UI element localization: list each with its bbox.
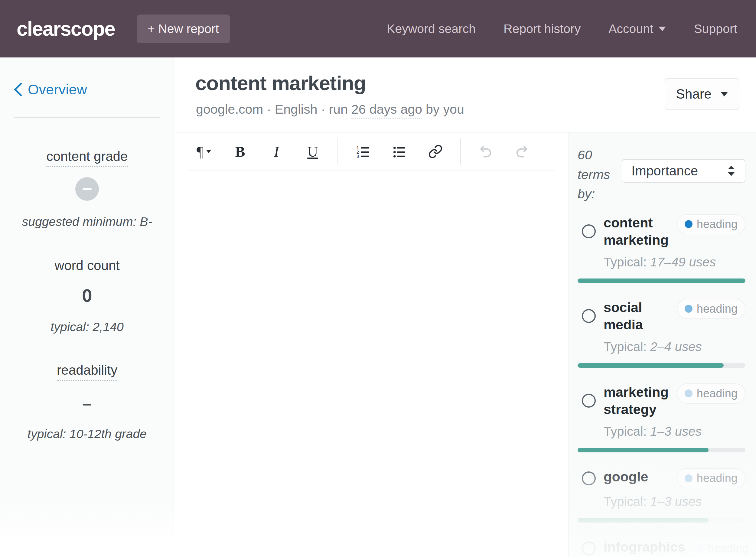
term-name: content marketing [604,214,674,249]
chevron-left-icon [14,83,22,96]
editor-pane: ¶ B I U 1 2 3 [174,133,569,557]
content-grade-stat: content grade suggested minimum: B- [0,149,174,229]
term-name: marketing strategy [604,383,674,418]
heading-badge: heading [677,299,746,319]
italic-button[interactable]: I [258,138,294,166]
term-progress [578,518,746,523]
nav-keyword-search[interactable]: Keyword search [387,22,476,36]
typical-uses: Typical: 2–4 uses [604,340,746,354]
term-radio[interactable] [582,394,596,408]
toolbar-separator [460,139,461,165]
svg-text:3: 3 [356,154,359,159]
heading-badge: heading [677,383,746,404]
sort-arrows-icon [727,165,736,177]
clearscope-logo[interactable]: clearscope [17,17,115,40]
workspace: ¶ B I U 1 2 3 [174,133,756,557]
stats-block: content grade suggested minimum: B- word… [0,149,174,441]
term-progress [578,278,746,283]
bullet-list-button[interactable] [381,138,417,166]
redo-button[interactable] [504,138,540,166]
term-list: content marketing heading Typical: 17–49… [578,214,746,557]
term-name: social media [604,299,674,333]
term-radio[interactable] [582,309,596,323]
bold-icon: B [235,143,245,160]
heading-badge: heading [688,538,756,557]
bullet-list-icon [392,144,406,159]
nav-account-menu[interactable]: Account [608,22,666,36]
new-report-button[interactable]: + New report [137,14,230,43]
chevron-down-icon [721,92,728,96]
term-item: marketing strategy heading Typical: 1–3 … [578,383,746,452]
typical-uses: Typical: 1–3 uses [604,494,746,509]
heading-badge: heading [677,468,746,488]
editor-canvas[interactable] [174,171,569,557]
nav-support[interactable]: Support [694,22,737,36]
toolbar-separator [338,139,338,165]
content-grade-badge [75,177,99,201]
link-button[interactable] [417,138,454,166]
undo-icon [478,144,493,159]
term-radio[interactable] [582,471,596,485]
content-grade-label[interactable]: content grade [46,149,127,167]
terms-sidebar: 60 terms by: Importance content marketin… [569,133,756,557]
italic-icon: I [274,143,279,160]
term-item: content marketing heading Typical: 17–49… [578,214,746,283]
rail-divider [14,117,160,118]
word-count-value: 0 [0,285,174,306]
readability-value: – [0,393,174,413]
undo-button[interactable] [467,138,504,166]
typical-uses: Typical: 17–49 uses [604,255,746,269]
dash-icon [83,188,92,190]
main-nav: Keyword search Report history Account Su… [387,22,737,36]
redo-icon [515,144,529,159]
content-grade-note: suggested minimum: B- [0,215,174,229]
word-count-stat: word count 0 typical: 2,140 [0,258,174,334]
terms-header: 60 terms by: Importance [578,145,746,204]
term-radio[interactable] [582,224,596,238]
word-count-note: typical: 2,140 [0,320,174,334]
heading-dot-icon [685,220,693,228]
heading-badge: heading [677,214,746,234]
term-item: google heading Typical: 1–3 uses [578,468,746,523]
term-item: social media heading Typical: 2–4 uses [578,299,746,368]
run-date-link[interactable]: 26 days ago [351,102,422,119]
top-nav: clearscope + New report Keyword search R… [0,0,756,57]
main-column: content marketing google.com · English ·… [174,57,756,557]
chevron-down-icon [659,27,666,31]
ordered-list-button[interactable]: 1 2 3 [345,138,381,166]
heading-dot-icon [685,305,693,313]
share-button[interactable]: Share [665,78,739,110]
word-count-label: word count [54,258,119,273]
chevron-down-icon [206,150,211,153]
terms-count-label: 60 terms by: [578,145,614,204]
editor-toolbar: ¶ B I U 1 2 3 [174,133,569,171]
pilcrow-icon: ¶ [197,143,203,160]
report-header: content marketing google.com · English ·… [174,57,756,133]
heading-dot-icon [696,545,703,553]
stats-sidebar: Overview content grade suggested minimum… [0,57,174,557]
underline-button[interactable]: U [294,138,331,166]
body-layout: Overview content grade suggested minimum… [0,57,756,557]
heading-dot-icon [685,474,693,482]
readability-stat: readability – typical: 10-12th grade [0,362,174,441]
term-name: infographics [604,538,685,556]
clearscope-app: clearscope + New report Keyword search R… [0,0,756,557]
heading-dot-icon [685,389,693,397]
sort-by-select[interactable]: Importance [622,159,746,183]
readability-note: typical: 10-12th grade [0,427,174,441]
term-progress [578,448,746,452]
term-name: google [604,468,648,486]
readability-label[interactable]: readability [57,362,118,381]
back-to-overview-link[interactable]: Overview [14,81,174,98]
ordered-list-icon: 1 2 3 [356,144,370,159]
paragraph-style-button[interactable]: ¶ [186,138,222,166]
underline-icon: U [307,143,318,160]
term-progress [578,363,746,368]
term-radio[interactable] [582,541,596,556]
link-icon [428,144,443,159]
term-item: infographics heading Typical: 1–3 uses [578,538,746,557]
nav-report-history[interactable]: Report history [503,22,581,36]
bold-button[interactable]: B [222,138,258,166]
typical-uses: Typical: 1–3 uses [604,424,746,439]
